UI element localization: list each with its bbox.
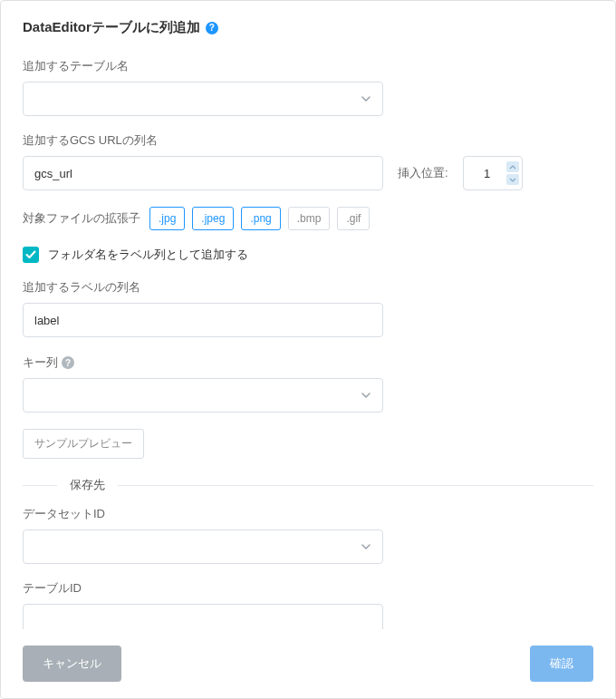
label-col-label: 追加するラベルの列名	[23, 279, 593, 296]
stepper-down-button[interactable]	[506, 174, 519, 185]
table-name-label: 追加するテーブル名	[23, 58, 593, 74]
sample-preview-group: サンプルプレビュー	[23, 429, 593, 459]
table-name-select[interactable]	[23, 82, 383, 116]
table-id-input[interactable]	[23, 604, 383, 629]
insert-pos-wrap	[463, 156, 523, 190]
gcs-url-input[interactable]	[23, 156, 383, 190]
gcs-url-label: 追加するGCS URLの列名	[23, 132, 593, 149]
ext-chip-bmp[interactable]: .bmp	[288, 207, 331, 230]
confirm-button[interactable]: 確認	[530, 646, 593, 682]
ext-label: 対象ファイルの拡張子	[23, 210, 140, 227]
ext-chip-jpg[interactable]: .jpg	[149, 207, 185, 230]
table-name-group: 追加するテーブル名	[23, 58, 593, 116]
dialog: DataEditorテーブルに列追加 ? 追加するテーブル名 追加するGCS U…	[0, 0, 616, 699]
sample-preview-button[interactable]: サンプルプレビュー	[23, 429, 144, 459]
help-icon[interactable]: ?	[206, 22, 218, 34]
dialog-body: 追加するテーブル名 追加するGCS URLの列名 挿入位置:	[1, 36, 615, 629]
label-col-input[interactable]	[23, 303, 383, 337]
ext-chips: .jpg .jpeg .png .bmp .gif	[149, 207, 370, 230]
ext-chip-gif[interactable]: .gif	[337, 207, 370, 230]
key-col-select-wrap	[23, 378, 383, 413]
dialog-title: DataEditorテーブルに列追加	[23, 19, 200, 36]
key-col-select[interactable]	[23, 378, 383, 413]
table-id-group: テーブルID	[23, 580, 593, 629]
dataset-id-label: データセットID	[23, 506, 593, 522]
help-icon[interactable]: ?	[62, 356, 74, 369]
save-section-title: 保存先	[57, 477, 118, 493]
dataset-id-group: データセットID	[23, 506, 593, 564]
save-divider: 保存先	[23, 477, 593, 493]
folder-label-row: フォルダ名をラベル列として追加する	[23, 247, 593, 263]
folder-label-text: フォルダ名をラベル列として追加する	[48, 247, 248, 263]
gcs-url-row: 挿入位置:	[23, 156, 593, 190]
insert-pos-label: 挿入位置:	[398, 165, 448, 181]
check-icon	[25, 250, 36, 259]
divider-line	[23, 485, 57, 486]
gcs-url-group: 追加するGCS URLの列名 挿入位置:	[23, 132, 593, 190]
label-col-group: 追加するラベルの列名	[23, 279, 593, 337]
stepper-up-button[interactable]	[506, 161, 519, 172]
table-id-label: テーブルID	[23, 580, 593, 597]
divider-line	[118, 485, 593, 486]
extensions-group: 対象ファイルの拡張子 .jpg .jpeg .png .bmp .gif	[23, 207, 593, 230]
table-name-select-wrap	[23, 82, 383, 116]
dataset-id-select-wrap	[23, 529, 383, 564]
ext-chip-png[interactable]: .png	[241, 207, 280, 230]
key-col-label: キー列	[23, 354, 58, 371]
key-col-group: キー列 ?	[23, 354, 593, 413]
cancel-button[interactable]: キャンセル	[23, 646, 121, 682]
folder-label-checkbox[interactable]	[23, 247, 39, 263]
key-col-label-wrap: キー列 ?	[23, 354, 74, 371]
number-steppers	[506, 161, 519, 185]
ext-row: 対象ファイルの拡張子 .jpg .jpeg .png .bmp .gif	[23, 207, 593, 230]
dialog-header: DataEditorテーブルに列追加 ?	[1, 1, 615, 36]
dialog-footer: キャンセル 確認	[1, 629, 615, 698]
ext-chip-jpeg[interactable]: .jpeg	[192, 207, 234, 230]
dataset-id-select[interactable]	[23, 529, 383, 564]
